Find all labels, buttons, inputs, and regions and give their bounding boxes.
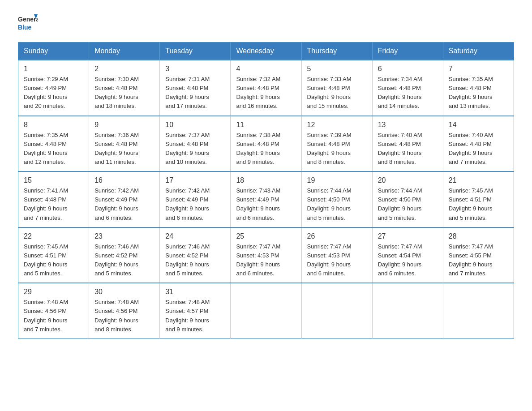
svg-text:General: General xyxy=(18,16,38,23)
day-number: 27 xyxy=(378,232,438,240)
day-info: Sunrise: 7:42 AM Sunset: 4:49 PM Dayligh… xyxy=(94,186,154,223)
calendar-week-row: 22 Sunrise: 7:45 AM Sunset: 4:51 PM Dayl… xyxy=(18,227,514,283)
day-number: 7 xyxy=(449,65,508,73)
day-number: 14 xyxy=(449,121,508,129)
day-number: 20 xyxy=(378,176,438,184)
calendar-header-row: SundayMondayTuesdayWednesdayThursdayFrid… xyxy=(18,43,514,60)
calendar-cell: 29 Sunrise: 7:48 AM Sunset: 4:56 PM Dayl… xyxy=(18,283,89,338)
calendar-cell: 3 Sunrise: 7:31 AM Sunset: 4:48 PM Dayli… xyxy=(160,60,231,116)
day-info: Sunrise: 7:48 AM Sunset: 4:56 PM Dayligh… xyxy=(24,298,83,334)
day-info: Sunrise: 7:48 AM Sunset: 4:56 PM Dayligh… xyxy=(94,298,154,334)
svg-text:Blue: Blue xyxy=(18,24,32,31)
day-info: Sunrise: 7:40 AM Sunset: 4:48 PM Dayligh… xyxy=(449,131,508,167)
day-info: Sunrise: 7:44 AM Sunset: 4:50 PM Dayligh… xyxy=(307,186,367,223)
day-info: Sunrise: 7:37 AM Sunset: 4:48 PM Dayligh… xyxy=(165,131,225,167)
day-info: Sunrise: 7:42 AM Sunset: 4:49 PM Dayligh… xyxy=(165,186,225,223)
calendar-cell xyxy=(372,283,443,338)
day-number: 11 xyxy=(236,121,296,129)
day-info: Sunrise: 7:45 AM Sunset: 4:51 PM Dayligh… xyxy=(24,242,83,278)
day-number: 1 xyxy=(24,65,83,73)
calendar-week-row: 8 Sunrise: 7:35 AM Sunset: 4:48 PM Dayli… xyxy=(18,116,514,172)
day-info: Sunrise: 7:32 AM Sunset: 4:48 PM Dayligh… xyxy=(236,75,296,111)
day-info: Sunrise: 7:35 AM Sunset: 4:48 PM Dayligh… xyxy=(24,131,83,167)
day-info: Sunrise: 7:43 AM Sunset: 4:49 PM Dayligh… xyxy=(236,186,296,223)
calendar-cell: 24 Sunrise: 7:46 AM Sunset: 4:52 PM Dayl… xyxy=(160,227,231,283)
calendar-cell: 26 Sunrise: 7:47 AM Sunset: 4:53 PM Dayl… xyxy=(301,227,372,283)
calendar-cell: 28 Sunrise: 7:47 AM Sunset: 4:55 PM Dayl… xyxy=(443,227,514,283)
day-number: 8 xyxy=(24,121,83,129)
calendar-week-row: 15 Sunrise: 7:41 AM Sunset: 4:48 PM Dayl… xyxy=(18,171,514,227)
calendar-cell: 21 Sunrise: 7:45 AM Sunset: 4:51 PM Dayl… xyxy=(443,171,514,227)
day-number: 30 xyxy=(94,288,154,296)
calendar-cell: 14 Sunrise: 7:40 AM Sunset: 4:48 PM Dayl… xyxy=(443,116,514,172)
day-number: 31 xyxy=(165,288,225,296)
calendar-cell: 8 Sunrise: 7:35 AM Sunset: 4:48 PM Dayli… xyxy=(18,116,89,172)
day-info: Sunrise: 7:47 AM Sunset: 4:53 PM Dayligh… xyxy=(307,242,367,278)
day-number: 4 xyxy=(236,65,296,73)
day-number: 19 xyxy=(307,176,367,184)
day-info: Sunrise: 7:29 AM Sunset: 4:49 PM Dayligh… xyxy=(24,75,83,111)
day-header-sunday: Sunday xyxy=(18,43,89,60)
day-number: 26 xyxy=(307,232,367,240)
calendar-cell: 25 Sunrise: 7:47 AM Sunset: 4:53 PM Dayl… xyxy=(231,227,301,283)
day-number: 3 xyxy=(165,65,225,73)
day-number: 24 xyxy=(165,232,225,240)
day-info: Sunrise: 7:46 AM Sunset: 4:52 PM Dayligh… xyxy=(165,242,225,278)
day-info: Sunrise: 7:39 AM Sunset: 4:48 PM Dayligh… xyxy=(307,131,367,167)
calendar-week-row: 1 Sunrise: 7:29 AM Sunset: 4:49 PM Dayli… xyxy=(18,60,514,116)
day-header-friday: Friday xyxy=(372,43,443,60)
calendar-cell xyxy=(443,283,514,338)
day-number: 18 xyxy=(236,176,296,184)
day-info: Sunrise: 7:38 AM Sunset: 4:48 PM Dayligh… xyxy=(236,131,296,167)
calendar-cell: 2 Sunrise: 7:30 AM Sunset: 4:48 PM Dayli… xyxy=(89,60,160,116)
day-number: 6 xyxy=(378,65,438,73)
day-info: Sunrise: 7:36 AM Sunset: 4:48 PM Dayligh… xyxy=(94,131,154,167)
day-header-tuesday: Tuesday xyxy=(160,43,231,60)
calendar-cell: 23 Sunrise: 7:46 AM Sunset: 4:52 PM Dayl… xyxy=(89,227,160,283)
day-info: Sunrise: 7:40 AM Sunset: 4:48 PM Dayligh… xyxy=(378,131,438,167)
calendar-cell: 1 Sunrise: 7:29 AM Sunset: 4:49 PM Dayli… xyxy=(18,60,89,116)
calendar-cell: 30 Sunrise: 7:48 AM Sunset: 4:56 PM Dayl… xyxy=(89,283,160,338)
day-header-wednesday: Wednesday xyxy=(231,43,301,60)
calendar-table: SundayMondayTuesdayWednesdayThursdayFrid… xyxy=(18,42,514,339)
day-number: 9 xyxy=(94,121,154,129)
day-info: Sunrise: 7:41 AM Sunset: 4:48 PM Dayligh… xyxy=(24,186,83,223)
day-info: Sunrise: 7:46 AM Sunset: 4:52 PM Dayligh… xyxy=(94,242,154,278)
day-header-monday: Monday xyxy=(89,43,160,60)
calendar-cell: 15 Sunrise: 7:41 AM Sunset: 4:48 PM Dayl… xyxy=(18,171,89,227)
calendar-cell: 27 Sunrise: 7:47 AM Sunset: 4:54 PM Dayl… xyxy=(372,227,443,283)
day-info: Sunrise: 7:48 AM Sunset: 4:57 PM Dayligh… xyxy=(165,298,225,334)
page-header: General Blue xyxy=(18,13,514,33)
day-header-saturday: Saturday xyxy=(443,43,514,60)
day-info: Sunrise: 7:31 AM Sunset: 4:48 PM Dayligh… xyxy=(165,75,225,111)
calendar-cell xyxy=(301,283,372,338)
day-info: Sunrise: 7:30 AM Sunset: 4:48 PM Dayligh… xyxy=(94,75,154,111)
day-number: 29 xyxy=(24,288,83,296)
day-number: 21 xyxy=(449,176,508,184)
day-info: Sunrise: 7:47 AM Sunset: 4:53 PM Dayligh… xyxy=(236,242,296,278)
day-info: Sunrise: 7:45 AM Sunset: 4:51 PM Dayligh… xyxy=(449,186,508,223)
calendar-cell: 13 Sunrise: 7:40 AM Sunset: 4:48 PM Dayl… xyxy=(372,116,443,172)
calendar-week-row: 29 Sunrise: 7:48 AM Sunset: 4:56 PM Dayl… xyxy=(18,283,514,338)
calendar-cell: 4 Sunrise: 7:32 AM Sunset: 4:48 PM Dayli… xyxy=(231,60,301,116)
calendar-cell: 10 Sunrise: 7:37 AM Sunset: 4:48 PM Dayl… xyxy=(160,116,231,172)
logo-icon: General Blue xyxy=(18,13,38,33)
day-number: 22 xyxy=(24,232,83,240)
day-number: 12 xyxy=(307,121,367,129)
day-number: 16 xyxy=(94,176,154,184)
day-info: Sunrise: 7:33 AM Sunset: 4:48 PM Dayligh… xyxy=(307,75,367,111)
day-number: 23 xyxy=(94,232,154,240)
day-info: Sunrise: 7:47 AM Sunset: 4:55 PM Dayligh… xyxy=(449,242,508,278)
calendar-cell: 18 Sunrise: 7:43 AM Sunset: 4:49 PM Dayl… xyxy=(231,171,301,227)
calendar-cell: 9 Sunrise: 7:36 AM Sunset: 4:48 PM Dayli… xyxy=(89,116,160,172)
calendar-cell: 6 Sunrise: 7:34 AM Sunset: 4:48 PM Dayli… xyxy=(372,60,443,116)
calendar-cell: 11 Sunrise: 7:38 AM Sunset: 4:48 PM Dayl… xyxy=(231,116,301,172)
calendar-cell: 20 Sunrise: 7:44 AM Sunset: 4:50 PM Dayl… xyxy=(372,171,443,227)
day-number: 25 xyxy=(236,232,296,240)
day-number: 10 xyxy=(165,121,225,129)
calendar-cell: 22 Sunrise: 7:45 AM Sunset: 4:51 PM Dayl… xyxy=(18,227,89,283)
calendar-cell: 16 Sunrise: 7:42 AM Sunset: 4:49 PM Dayl… xyxy=(89,171,160,227)
day-number: 13 xyxy=(378,121,438,129)
day-header-thursday: Thursday xyxy=(301,43,372,60)
calendar-cell xyxy=(231,283,301,338)
